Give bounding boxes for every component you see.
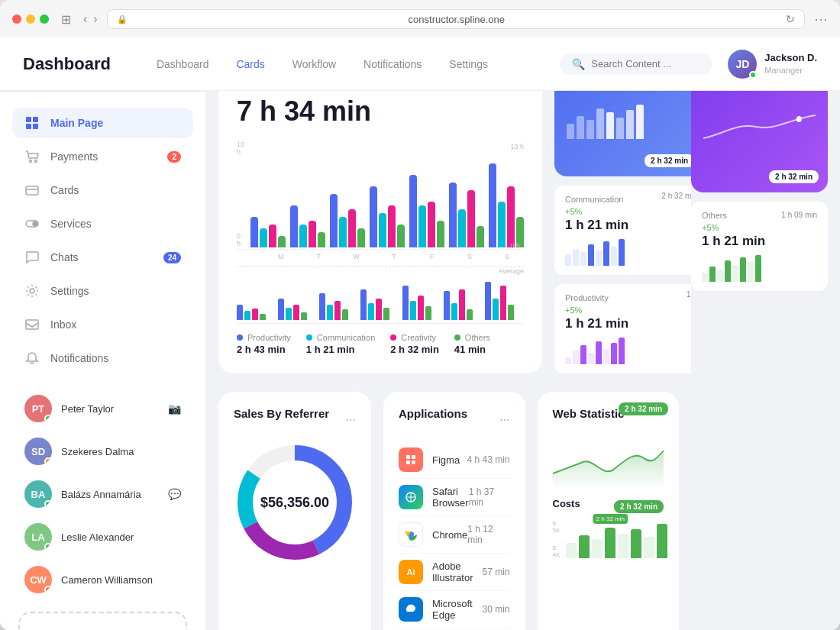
sidebar-label-chats: Chats	[50, 251, 79, 263]
dot-red[interactable]	[12, 15, 21, 24]
apps-title-row: Applications ···	[399, 407, 510, 432]
dot-green[interactable]	[40, 15, 49, 24]
url-text: constructor.spline.one	[132, 14, 781, 25]
usage-card: Usage Yesterday, 24 June ‹ Today › 7 h 3…	[218, 51, 542, 373]
bar-chart	[250, 163, 524, 247]
sidebar-label-cards: Cards	[50, 184, 79, 196]
back-button[interactable]: ‹	[83, 12, 87, 26]
chart-legend: Productivity 2 h 43 min Communication 1 …	[237, 333, 524, 355]
average-label: Average	[499, 267, 524, 275]
app-name-chrome: Chrome	[432, 529, 467, 541]
page-title: Dashboard	[23, 54, 111, 74]
far-right-column: Creativity 2 h 32 min ··· 2 h 32 min Oth…	[691, 39, 840, 630]
figma-icon	[399, 447, 423, 472]
browser-more[interactable]: ⋯	[814, 11, 828, 27]
sidebar-label-settings: Settings	[50, 285, 89, 297]
sidebar-label-inbox: Inbox	[50, 318, 76, 331]
contact-name-peter: Peter Taylor	[61, 403, 114, 415]
app-time-adobe: 57 min	[482, 567, 509, 577]
apps-more-button[interactable]: ···	[499, 413, 509, 427]
webstat-card: Web Statistic 2 h 32 min	[538, 392, 680, 630]
contact-cameron[interactable]: CW Cameron Williamson	[18, 560, 187, 599]
bell-icon	[24, 351, 40, 366]
sidebar-toggle-icon[interactable]: ⊞	[61, 12, 71, 27]
search-input[interactable]	[591, 58, 698, 69]
upload-area[interactable]: ☁ Drag-n-Drop to Upload	[18, 612, 187, 630]
bar-chart-container: 10 h 0 h	[237, 143, 524, 324]
safari-icon	[399, 485, 423, 509]
avatar-szekeres: SD	[24, 438, 52, 465]
app-name-edge: Microsoft Edge	[432, 598, 482, 621]
svg-rect-1	[33, 117, 38, 122]
sidebar-label-payments: Payments	[50, 150, 98, 163]
sidebar-item-settings[interactable]: Settings	[12, 276, 193, 306]
contact-name-cameron: Cameron Williamson	[61, 574, 153, 586]
chat-icon	[24, 250, 40, 265]
nav-link-settings[interactable]: Settings	[449, 58, 488, 70]
gear-icon	[24, 283, 40, 299]
online-status	[749, 71, 757, 79]
sidebar: Main Page Payments 2 Cards	[0, 92, 206, 630]
sidebar-nav: Main Page Payments 2 Cards	[12, 108, 193, 373]
app-time-figma: 4 h 43 min	[467, 454, 509, 465]
forward-button[interactable]: ›	[93, 12, 97, 26]
nav-link-notifications[interactable]: Notifications	[363, 58, 422, 70]
status-szekeres	[44, 457, 52, 465]
sidebar-item-services[interactable]: Services	[12, 208, 193, 239]
chats-badge: 24	[163, 252, 181, 263]
avatar-leslie: LA	[24, 523, 52, 551]
grid-icon	[24, 115, 40, 131]
sidebar-item-inbox[interactable]: Inbox	[12, 309, 193, 340]
toggle-icon	[24, 216, 40, 231]
app-container: Main Page Payments 2 Cards	[0, 39, 840, 630]
status-balazs	[44, 500, 52, 508]
sidebar-item-cards[interactable]: Cards	[12, 175, 193, 205]
contact-balazs[interactable]: BA Balázs Annamária 💬	[18, 474, 187, 514]
status-cameron	[44, 586, 52, 593]
app-edge: Microsoft Edge 30 min	[399, 591, 510, 628]
contact-szekeres[interactable]: SD Szekeres Dalma	[18, 431, 187, 471]
line-svg	[553, 435, 664, 489]
webstat-title: Web Statistic	[553, 407, 625, 420]
nav-link-workflow[interactable]: Workflow	[292, 58, 336, 70]
nav-link-dashboard[interactable]: Dashboard	[157, 58, 209, 70]
sidebar-item-notifications[interactable]: Notifications	[12, 343, 193, 373]
webstat-badge: 2 h 32 min	[619, 402, 668, 415]
prod-change: +5%	[565, 305, 628, 315]
cart-icon	[24, 149, 40, 164]
contact-name-leslie: Leslie Alexander	[61, 531, 134, 543]
refresh-icon[interactable]: ↻	[786, 13, 795, 25]
user-profile: JD Jackson D. Mananger	[728, 50, 817, 79]
apps-list: Figma 4 h 43 min Safari Browser 1 h 37 m…	[399, 441, 510, 628]
contact-leslie[interactable]: LA Leslie Alexander	[18, 517, 187, 557]
nav-link-cards[interactable]: Cards	[236, 58, 264, 70]
top-nav: Dashboard Dashboard Cards Workflow Notif…	[0, 37, 840, 91]
sidebar-item-mainpage[interactable]: Main Page	[12, 108, 193, 138]
contact-peter[interactable]: PT Peter Taylor 📷	[18, 389, 187, 428]
costs-section: Costs 2 h 32 min $ 5K $ 4K	[553, 498, 664, 558]
comm-title: Communication	[565, 195, 628, 204]
usage-time: 7 h 34 min	[237, 95, 524, 128]
chrome-icon	[399, 522, 423, 547]
contact-name-szekeres: Szekeres Dalma	[61, 446, 134, 457]
status-peter	[44, 415, 52, 422]
app-time-chrome: 1 h 12 min	[467, 524, 509, 545]
legend-others: Others 41 min	[454, 333, 490, 355]
svg-point-4	[30, 160, 32, 163]
sidebar-item-chats[interactable]: Chats 24	[12, 242, 193, 273]
time-work-badge: 2 h 32 min	[645, 154, 691, 167]
address-bar[interactable]: 🔒 constructor.spline.one ↻	[107, 9, 805, 29]
sidebar-item-payments[interactable]: Payments 2	[12, 141, 193, 172]
svg-point-5	[35, 160, 37, 163]
app-time-edge: 30 min	[482, 604, 509, 615]
timeline-chart	[237, 278, 524, 324]
inbox-icon	[24, 317, 40, 332]
svg-rect-3	[33, 124, 38, 129]
others-change: +5%	[702, 223, 765, 232]
sales-more-button[interactable]: ···	[346, 413, 356, 427]
svg-point-24	[796, 116, 802, 122]
sidebar-label-notifications: Notifications	[50, 352, 108, 364]
dot-yellow[interactable]	[26, 15, 35, 24]
svg-rect-6	[26, 186, 38, 195]
apps-title: Applications	[399, 407, 467, 420]
